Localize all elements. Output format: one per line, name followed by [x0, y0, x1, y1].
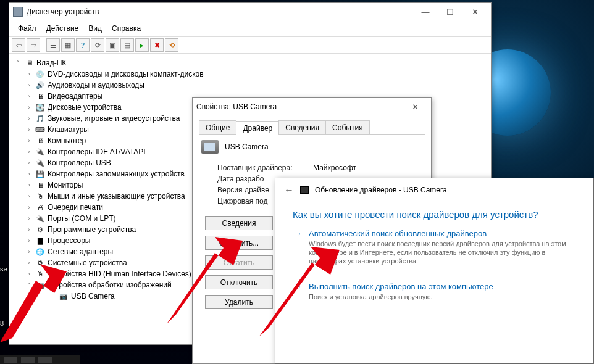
tree-label: Влад-ПК — [36, 57, 66, 68]
option-description: Поиск и установка драйверов вручную. — [309, 292, 493, 301]
show-hidden-button[interactable]: ☰ — [46, 38, 60, 52]
computer-icon: 🖥 — [24, 58, 34, 68]
forward-button[interactable]: ⇨ — [27, 38, 40, 52]
titlebar[interactable]: Диспетчер устройств — ☐ ✕ — [9, 3, 491, 20]
tab-details[interactable]: Сведения — [278, 120, 326, 134]
category-icon: 🖱 — [35, 269, 45, 279]
tree-category[interactable]: ›🔊Аудиовходы и аудиовыходы — [14, 80, 486, 91]
wizard-header: ← Обновление драйверов - USB Camera — [275, 178, 593, 202]
window-title: Диспетчер устройств — [27, 7, 99, 16]
uninstall-button[interactable]: Удалить — [205, 295, 273, 309]
category-icon: ⚙ — [35, 258, 45, 268]
rollback-button[interactable]: Откатить — [205, 255, 273, 270]
expand-icon[interactable]: › — [25, 168, 33, 180]
tree-label: Сетевые адаптеры — [48, 246, 113, 257]
expand-icon[interactable]: › — [25, 191, 33, 202]
scan-button[interactable]: ⟳ — [91, 38, 104, 52]
expand-icon[interactable]: › — [25, 257, 33, 268]
help-button[interactable]: ? — [76, 38, 90, 52]
tree-label: Клавиатуры — [48, 124, 89, 135]
expand-icon[interactable]: › — [25, 80, 33, 91]
toolbar: ⇦ ⇨ ☰ ▦ ? ⟳ ▣ ▤ ▸ ✖ ⟲ — [9, 36, 491, 54]
menu-view[interactable]: Вид — [85, 23, 106, 34]
update-driver-button[interactable]: ▣ — [106, 38, 119, 52]
expand-icon[interactable]: › — [25, 235, 33, 246]
category-icon: 🔊 — [35, 80, 45, 90]
taskbar-item[interactable] — [4, 357, 17, 363]
back-button[interactable]: ⇦ — [12, 38, 25, 52]
expand-icon[interactable]: › — [25, 246, 33, 257]
collapse-icon[interactable]: ˅ — [14, 57, 22, 68]
close-button[interactable]: ✕ — [403, 99, 427, 114]
device-name: USB Camera — [225, 143, 269, 151]
computer-icon — [13, 7, 23, 17]
category-icon: ⚙ — [35, 225, 45, 234]
device-icon — [300, 186, 309, 194]
taskbar-item[interactable] — [21, 357, 35, 363]
option-title: Автоматический поиск обновленных драйвер… — [309, 228, 568, 239]
menu-file[interactable]: Файл — [14, 23, 40, 34]
menu-action[interactable]: Действие — [43, 23, 83, 34]
refresh-button[interactable]: ⟲ — [165, 38, 178, 52]
category-icon: 🎵 — [35, 114, 45, 123]
tree-label: Порты (COM и LPT) — [48, 213, 116, 224]
expand-icon[interactable]: › — [25, 157, 33, 168]
titlebar[interactable]: Свойства: USB Camera ✕ — [193, 98, 431, 115]
properties-button[interactable]: ▦ — [61, 38, 75, 52]
expand-icon[interactable]: › — [25, 102, 33, 113]
close-button[interactable]: ✕ — [462, 4, 487, 19]
expand-icon[interactable]: ˅ — [25, 279, 33, 291]
taskbar-fragment[interactable] — [0, 355, 80, 364]
tree-label: USB Camera — [71, 291, 115, 302]
expand-icon[interactable]: › — [25, 68, 33, 80]
tab-events[interactable]: События — [325, 120, 370, 134]
tab-general[interactable]: Общие — [199, 120, 236, 134]
expand-icon[interactable]: › — [25, 213, 33, 224]
details-button[interactable]: Сведения — [205, 216, 273, 230]
expand-icon[interactable]: › — [25, 224, 33, 235]
disable-device-button[interactable]: Отключить — [205, 275, 273, 289]
tree-category[interactable]: ›💿DVD-дисководы и дисководы компакт-диск… — [14, 68, 486, 80]
minimize-button[interactable]: — — [413, 4, 438, 19]
option-browse-computer[interactable]: → Выполнить поиск драйверов на этом комп… — [275, 275, 593, 302]
tree-label: Системные устройства — [48, 257, 127, 268]
expand-icon[interactable]: › — [25, 202, 33, 213]
maximize-button[interactable]: ☐ — [438, 4, 462, 19]
label-provider: Поставщик драйвера: — [217, 163, 313, 172]
tab-driver[interactable]: Драйвер — [236, 121, 279, 135]
category-icon: 💽 — [35, 102, 45, 112]
camera-icon: 📷 — [59, 291, 69, 301]
tree-label: Звуковые, игровые и видеоустройства — [48, 113, 180, 124]
expand-icon[interactable]: › — [25, 113, 33, 124]
back-arrow-icon[interactable]: ← — [284, 184, 294, 196]
category-icon: 🔌 — [35, 158, 45, 168]
camera-icon — [201, 140, 219, 154]
expand-icon[interactable]: › — [25, 146, 33, 157]
tree-root[interactable]: ˅ 🖥 Влад-ПК — [14, 57, 486, 68]
tree-label: Устройства HID (Human Interface Devices) — [48, 268, 191, 279]
tree-label: Мыши и иные указывающие устройства — [48, 191, 185, 202]
expand-icon[interactable]: › — [25, 135, 33, 146]
expand-icon[interactable]: › — [25, 180, 33, 191]
arrow-right-icon: → — [293, 281, 303, 301]
disable-button[interactable]: ✖ — [150, 38, 164, 52]
option-title: Выполнить поиск драйверов на этом компью… — [309, 281, 493, 292]
option-auto-search[interactable]: → Автоматический поиск обновленных драйв… — [275, 222, 593, 267]
uninstall-button[interactable]: ▤ — [120, 38, 134, 52]
expand-icon[interactable]: › — [25, 124, 33, 135]
category-icon: 🌐 — [35, 247, 45, 257]
expand-icon[interactable]: › — [25, 268, 33, 279]
expand-icon[interactable]: › — [25, 91, 33, 102]
update-driver-button[interactable]: Обновить... — [205, 236, 273, 250]
tree-label: DVD-дисководы и дисководы компакт-дисков — [48, 68, 204, 80]
tree-label: Процессоры — [48, 235, 91, 246]
category-icon: ▇ — [35, 236, 45, 246]
taskbar-item[interactable] — [38, 357, 52, 363]
enable-button[interactable]: ▸ — [135, 38, 149, 52]
desktop-text-fragment: se 8 — [0, 265, 7, 327]
category-icon: 🔌 — [35, 147, 45, 157]
menu-help[interactable]: Справка — [108, 23, 144, 34]
option-description: Windows будет вести поиск последних верс… — [309, 239, 568, 265]
tree-label: Контроллеры USB — [48, 157, 111, 168]
category-icon: ⌨ — [35, 125, 45, 134]
